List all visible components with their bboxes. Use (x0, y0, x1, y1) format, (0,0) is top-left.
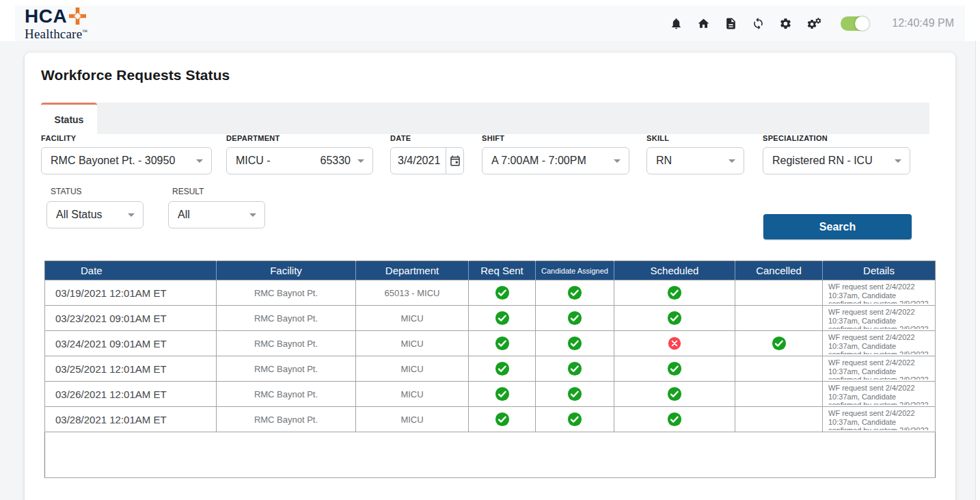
chevron-down-icon (614, 159, 621, 163)
calendar-icon[interactable] (446, 148, 463, 174)
cell-candidate-assigned (536, 331, 614, 356)
skill-select[interactable]: RN (646, 147, 744, 174)
check-icon (567, 386, 582, 402)
check-icon (667, 361, 682, 376)
result-label: RESULT (172, 187, 265, 196)
cell-scheduled (614, 306, 735, 331)
admin-gears-icon[interactable] (806, 17, 822, 30)
cell-details: WF request sent 2/4/2022 10:37am, Candid… (823, 331, 936, 356)
workforce-requests-card: Workforce Requests Status Status FACILIT… (25, 53, 955, 500)
department-code: 65330 (321, 155, 358, 167)
check-icon (667, 311, 682, 326)
cell-facility: RMC Baynot Pt. (217, 382, 356, 407)
check-icon (667, 285, 682, 300)
cell-req-sent (469, 407, 536, 432)
check-icon (667, 386, 682, 402)
logo-text-healthcare: Healthcare™ (25, 27, 87, 40)
cell-facility: RMC Baynot Pt. (217, 331, 356, 356)
cell-facility: RMC Baynot Pt. (217, 407, 356, 432)
cell-facility: RMC Baynot Pt. (217, 356, 356, 382)
cell-scheduled (614, 356, 735, 382)
facility-value: RMC Bayonet Pt. - 30950 (51, 155, 175, 167)
cell-details: WF request sent 2/4/2022 10:37am, Candid… (823, 280, 936, 306)
toggle-knob[interactable] (855, 16, 869, 31)
workforce-status-table: Date Facility Department Req Sent Candid… (44, 261, 936, 478)
department-label: DEPARTMENT (226, 134, 373, 142)
cell-req-sent (469, 306, 536, 331)
shift-select[interactable]: A 7:00AM - 7:00PM (482, 147, 629, 174)
page-title: Workforce Requests Status (41, 67, 230, 83)
cell-details: WF request sent 2/4/2022 10:37am, Candid… (823, 407, 936, 432)
check-icon (772, 336, 787, 351)
tab-status[interactable]: Status (41, 103, 97, 134)
date-value[interactable]: 3/4/2021 (391, 148, 446, 174)
table-row: 03/28/2021 12:01AM ET RMC Baynot Pt. MIC… (45, 407, 936, 432)
status-value: All Status (56, 209, 103, 221)
cell-cancelled (735, 382, 823, 407)
cell-cancelled (735, 306, 823, 331)
pdf-file-icon[interactable] (724, 17, 737, 30)
power-toggle[interactable] (841, 16, 869, 31)
search-button[interactable]: Search (763, 214, 912, 239)
cell-req-sent (469, 280, 536, 306)
cell-cancelled (735, 356, 823, 382)
cell-department: 65013 - MICU (356, 280, 469, 306)
check-icon (495, 336, 510, 351)
cell-req-sent (469, 356, 536, 382)
cell-department: MICU (356, 356, 469, 382)
cell-candidate-assigned (536, 306, 614, 331)
home-icon[interactable] (697, 17, 710, 30)
cell-date: 03/23/2021 09:01AM ET (45, 306, 217, 331)
cross-icon (668, 337, 681, 350)
check-icon (567, 412, 582, 427)
check-icon (567, 336, 582, 351)
col-header-details: Details (823, 261, 936, 280)
cell-date: 03/28/2021 12:01AM ET (45, 407, 217, 432)
facility-select[interactable]: RMC Bayonet Pt. - 30950 (41, 147, 212, 174)
date-input[interactable]: 3/4/2021 (390, 147, 464, 174)
check-icon (495, 412, 510, 427)
date-label: DATE (390, 134, 464, 142)
bell-icon[interactable] (670, 17, 683, 30)
cell-department: MICU (356, 306, 469, 331)
status-label: STATUS (51, 187, 144, 196)
tab-strip: Status (41, 103, 929, 134)
check-icon (495, 361, 510, 376)
specialization-select[interactable]: Registered RN - ICU (763, 147, 910, 174)
skill-value: RN (656, 155, 672, 167)
cell-scheduled (614, 280, 735, 306)
check-icon (667, 412, 682, 427)
table-row: 03/19/2021 12:01AM ET RMC Baynot Pt. 650… (45, 280, 936, 306)
chevron-down-icon (357, 159, 364, 163)
table-row: 03/25/2021 12:01AM ET RMC Baynot Pt. MIC… (45, 356, 936, 382)
status-select[interactable]: All Status (46, 201, 144, 228)
cell-department: MICU (356, 382, 469, 407)
result-select[interactable]: All (168, 201, 265, 228)
cell-req-sent (469, 382, 536, 407)
col-header-scheduled: Scheduled (614, 261, 735, 280)
filters-panel: FACILITY RMC Bayonet Pt. - 30950 DEPARTM… (25, 134, 955, 271)
shift-value: A 7:00AM - 7:00PM (491, 155, 586, 167)
cell-cancelled (735, 407, 823, 432)
hca-healthcare-logo: HCA Healthcare™ (25, 7, 87, 40)
cell-cancelled (735, 280, 823, 306)
specialization-value: Registered RN - ICU (772, 155, 873, 167)
cell-req-sent (469, 331, 536, 356)
col-header-facility: Facility (217, 261, 356, 280)
page-scrollbar[interactable] (975, 41, 980, 500)
cell-date: 03/19/2021 12:01AM ET (45, 280, 217, 306)
cell-department: MICU (356, 331, 469, 356)
chevron-down-icon (249, 213, 256, 217)
chevron-down-icon (196, 159, 203, 163)
topbar: HCA Healthcare™ 12:40:49 PM (15, 5, 965, 41)
col-header-req-sent: Req Sent (469, 261, 536, 280)
cell-scheduled (614, 407, 735, 432)
settings-gear-icon[interactable] (779, 17, 792, 30)
logo-text-hca: HCA (25, 7, 67, 26)
check-icon (567, 311, 582, 326)
cell-facility: RMC Baynot Pt. (217, 306, 356, 331)
department-select[interactable]: MICU - 65330 (226, 147, 373, 174)
cell-candidate-assigned (536, 407, 614, 432)
refresh-icon[interactable] (752, 17, 765, 30)
table-header-row: Date Facility Department Req Sent Candid… (45, 261, 936, 280)
